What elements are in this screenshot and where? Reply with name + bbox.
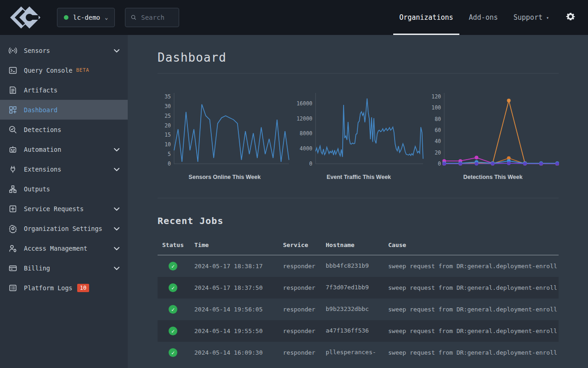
table-row[interactable]: ✓2024-05-17 18:37:50responder7f3d07ed1bb… — [158, 277, 559, 299]
gear-icon — [8, 224, 17, 233]
chevron-down-icon[interactable] — [114, 205, 119, 213]
event-traffic-chart: 0400080001200016000 Event Traffic This W… — [292, 90, 426, 180]
list-icon — [8, 283, 17, 293]
top-navigation: Organizations Add-ons Support ▾ — [391, 0, 588, 35]
sidebar-item-organization-settings[interactable]: Organization Settings — [0, 218, 128, 238]
column-header-service: Service — [283, 242, 326, 248]
sidebar-item-label: Service Requests — [24, 205, 84, 213]
svg-text:30: 30 — [164, 103, 171, 109]
sidebar-item-detections[interactable]: Detections — [0, 120, 128, 139]
plus-square-icon — [8, 204, 17, 213]
sidebar-item-query-console[interactable]: Query Console BETA — [0, 60, 128, 80]
beta-badge: BETA — [76, 67, 90, 73]
job-status-cell: ✓ — [162, 305, 194, 314]
detections-chart: 020406080100120 Detections This Week — [426, 90, 560, 180]
job-cause: sweep request from DR:general.deployment… — [388, 306, 559, 313]
chevron-down-icon[interactable] — [114, 47, 119, 54]
sidebar-item-platform-logs[interactable]: Platform Logs 10 — [0, 278, 128, 298]
nav-support-label: Support — [514, 13, 543, 22]
sidebar-item-label: Access Management — [24, 245, 87, 252]
sidebar-item-billing[interactable]: Billing — [0, 258, 128, 278]
svg-text:10: 10 — [164, 141, 171, 148]
svg-text:20: 20 — [164, 122, 171, 129]
sidebar-item-outputs[interactable]: Outputs — [0, 179, 128, 199]
plug-icon — [8, 165, 17, 174]
success-check-icon: ✓ — [169, 305, 177, 314]
search-input[interactable] — [141, 14, 173, 21]
job-service: responder — [283, 263, 326, 270]
job-time: 2024-05-14 19:55:50 — [194, 328, 283, 334]
job-hostname: b9b23232dbbc — [326, 306, 388, 313]
divider — [158, 73, 559, 74]
robot-icon — [8, 145, 17, 154]
svg-text:100: 100 — [431, 104, 441, 111]
job-status-cell: ✓ — [162, 262, 194, 270]
sidebar-item-access-management[interactable]: Access Management — [0, 238, 128, 258]
chevron-down-icon[interactable] — [114, 146, 119, 153]
success-check-icon: ✓ — [169, 327, 177, 335]
column-header-time: Time — [194, 242, 283, 248]
search-check-icon — [8, 125, 17, 134]
page-title: Dashboard — [158, 51, 559, 64]
svg-text:25: 25 — [164, 113, 171, 119]
svg-text:20: 20 — [435, 150, 441, 156]
svg-text:40: 40 — [435, 138, 441, 144]
sidebar-item-artifacts[interactable]: Artifacts — [0, 80, 128, 100]
job-time: 2024-05-17 18:38:17 — [194, 263, 283, 270]
nav-add-ons[interactable]: Add-ons — [461, 0, 506, 35]
success-check-icon: ✓ — [169, 262, 177, 270]
svg-text:5: 5 — [168, 151, 171, 157]
sidebar-item-automation[interactable]: Automation — [0, 139, 128, 159]
sidebar-item-label: Artifacts — [24, 86, 57, 94]
broadcast-icon — [8, 46, 17, 55]
sidebar-item-label: Detections — [24, 126, 61, 133]
job-hostname: 7f3d07ed1bb9 — [326, 284, 388, 291]
chevron-down-icon[interactable] — [114, 245, 119, 252]
global-search[interactable] — [125, 8, 179, 27]
org-selector-label: lc-demo — [73, 14, 100, 21]
user-gear-icon — [8, 244, 17, 253]
sidebar-item-dashboard[interactable]: Dashboard — [0, 100, 128, 120]
table-row[interactable]: ✓2024-05-14 16:09:30responderpllesperanc… — [158, 342, 559, 363]
nav-organizations[interactable]: Organizations — [391, 0, 461, 35]
job-status-cell: ✓ — [162, 348, 194, 357]
chevron-down-icon[interactable] — [114, 264, 119, 272]
svg-text:4000: 4000 — [300, 145, 312, 152]
sidebar-item-extensions[interactable]: Extensions — [0, 159, 128, 179]
job-service: responder — [283, 328, 326, 334]
job-cause: sweep request from DR:general.deployment… — [388, 284, 559, 291]
charts-row: 05101520253035 Sensors Online This Week … — [158, 90, 559, 180]
nav-support[interactable]: Support ▾ — [506, 0, 557, 35]
credit-card-icon — [8, 264, 17, 273]
svg-text:120: 120 — [431, 93, 441, 100]
organization-selector[interactable]: lc-demo ⌄ — [57, 8, 115, 27]
table-row[interactable]: ✓2024-05-17 18:38:17responderbbb4fc8231b… — [158, 255, 559, 277]
svg-text:15: 15 — [164, 132, 171, 138]
jobs-table-body: ✓2024-05-17 18:38:17responderbbb4fc8231b… — [158, 255, 559, 363]
svg-text:80: 80 — [435, 116, 441, 122]
job-status-cell: ✓ — [162, 327, 194, 335]
org-status-dot-icon — [64, 15, 68, 20]
divider — [158, 198, 559, 198]
chevron-down-icon[interactable] — [114, 166, 119, 173]
event-traffic-chart-plot: 0400080001200016000 — [292, 90, 426, 171]
svg-text:0: 0 — [438, 161, 441, 167]
sidebar-item-label: Sensors — [24, 47, 50, 54]
chart-caption: Event Traffic This Week — [292, 174, 426, 180]
table-row[interactable]: ✓2024-05-14 19:55:50respondera47f136ff53… — [158, 320, 559, 342]
table-row[interactable]: ✓2024-05-14 19:56:05responderb9b23232dbb… — [158, 299, 559, 320]
svg-text:0: 0 — [168, 161, 171, 167]
caret-down-icon: ▾ — [546, 15, 549, 20]
sidebar-item-sensors[interactable]: Sensors — [0, 40, 128, 60]
chevron-down-icon: ⌄ — [105, 14, 108, 21]
sidebar-item-service-requests[interactable]: Service Requests — [0, 199, 128, 218]
job-time: 2024-05-17 18:37:50 — [194, 284, 283, 291]
sidebar-item-label: Platform Logs — [24, 284, 73, 292]
chevron-down-icon[interactable] — [114, 225, 119, 232]
top-bar: lc-demo ⌄ Organizations Add-ons Support … — [0, 0, 588, 35]
job-service: responder — [283, 284, 326, 291]
sensors-online-chart-plot: 05101520253035 — [158, 90, 292, 171]
settings-gear-icon[interactable] — [565, 11, 576, 24]
sensors-online-chart: 05101520253035 Sensors Online This Week — [158, 90, 292, 180]
svg-text:8000: 8000 — [300, 130, 312, 137]
